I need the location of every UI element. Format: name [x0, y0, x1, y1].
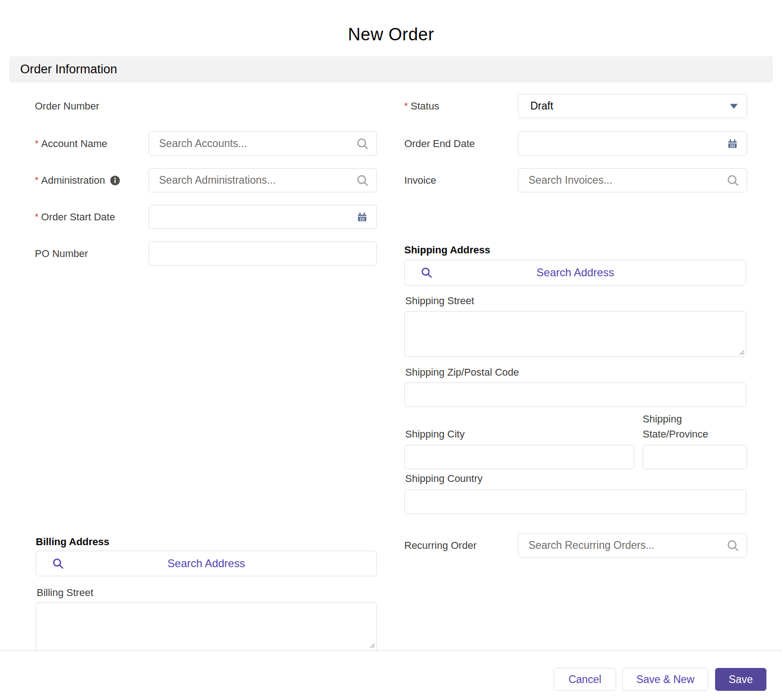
- shipping-search-address-field: Search Address: [404, 260, 746, 285]
- account-name-label: *Account Name: [35, 131, 145, 156]
- shipping-street-label: Shipping Street: [405, 295, 474, 307]
- recurring-order-input[interactable]: [518, 533, 747, 558]
- administration-input[interactable]: [149, 168, 377, 192]
- shipping-country-label: Shipping Country: [405, 473, 483, 485]
- modal-title: New Order: [0, 25, 782, 44]
- shipping-country-input[interactable]: [404, 490, 746, 514]
- po-number-input[interactable]: [149, 241, 377, 266]
- shipping-street-textarea[interactable]: [404, 311, 746, 357]
- billing-street-textarea[interactable]: [36, 602, 377, 654]
- invoice-input[interactable]: [518, 168, 747, 192]
- recurring-order-lookup-field: [518, 533, 747, 558]
- po-number-field: [149, 241, 377, 266]
- resize-handle[interactable]: [369, 642, 375, 648]
- section-header-order-information: Order Information: [9, 56, 773, 82]
- account-name-lookup-field: [149, 131, 377, 156]
- shipping-street-field: [404, 311, 746, 357]
- shipping-state-label: Shipping State/Province: [643, 411, 734, 442]
- status-field: Draft: [518, 94, 747, 118]
- billing-street-label: Billing Street: [37, 587, 94, 599]
- order-start-date-label: *Order Start Date: [35, 205, 145, 229]
- order-end-date-label: Order End Date: [404, 131, 514, 156]
- order-end-date-input[interactable]: [518, 131, 747, 156]
- shipping-zip-label: Shipping Zip/Postal Code: [405, 366, 519, 378]
- shipping-country-field: [404, 490, 746, 514]
- billing-address-header: Billing Address: [36, 536, 110, 548]
- required-asterisk: *: [35, 212, 39, 222]
- order-end-date-field: [518, 131, 747, 156]
- invoice-label: Invoice: [404, 168, 514, 192]
- billing-search-address-button[interactable]: Search Address: [36, 551, 377, 576]
- search-icon: [52, 558, 64, 570]
- shipping-city-input[interactable]: [404, 445, 634, 469]
- invoice-lookup-field: [518, 168, 747, 192]
- order-number-label: Order Number: [35, 94, 145, 118]
- administration-lookup-field: [149, 168, 377, 192]
- save-and-new-button[interactable]: Save & New: [622, 668, 708, 691]
- shipping-city-label: Shipping City: [405, 428, 465, 440]
- required-asterisk: *: [35, 175, 39, 186]
- billing-street-field: [36, 602, 377, 654]
- shipping-search-address-button[interactable]: Search Address: [404, 260, 746, 285]
- shipping-city-field: [404, 445, 634, 469]
- status-select[interactable]: Draft: [518, 94, 747, 118]
- required-asterisk: *: [35, 138, 39, 149]
- billing-search-address-field: Search Address: [36, 551, 377, 576]
- account-name-input[interactable]: [149, 131, 377, 156]
- recurring-order-label: Recurring Order: [404, 533, 514, 558]
- order-start-date-input[interactable]: [149, 205, 377, 229]
- order-start-date-field: [149, 205, 377, 229]
- shipping-address-header: Shipping Address: [404, 244, 490, 257]
- shipping-state-input[interactable]: [643, 445, 747, 469]
- save-button[interactable]: Save: [715, 668, 766, 691]
- status-label: *Status: [404, 94, 514, 118]
- cancel-button[interactable]: Cancel: [554, 668, 616, 691]
- shipping-state-field: [643, 445, 747, 469]
- search-icon: [420, 267, 433, 279]
- shipping-zip-field: [404, 383, 746, 407]
- administration-label: *Administration: [35, 168, 163, 192]
- required-asterisk: *: [404, 101, 408, 111]
- po-number-label: PO Number: [35, 241, 145, 266]
- info-icon[interactable]: [110, 175, 121, 186]
- shipping-zip-input[interactable]: [404, 383, 746, 407]
- resize-handle[interactable]: [738, 349, 744, 355]
